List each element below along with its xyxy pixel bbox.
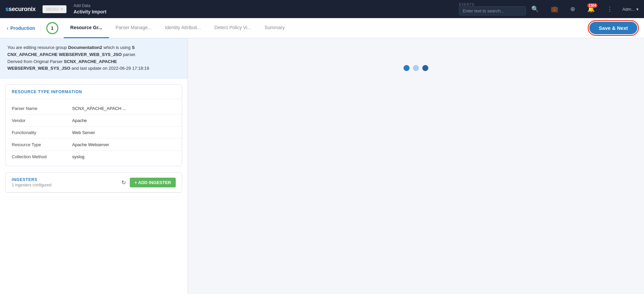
step-indicator: 1: [46, 22, 58, 34]
tab-identity-attrib[interactable]: Identity Attributi...: [158, 18, 208, 38]
back-link[interactable]: ‹ Production: [7, 25, 41, 31]
loading-dot-2: [413, 65, 419, 71]
table-row: Collection Method syslog: [6, 151, 182, 163]
table-row: Resource Type Apache Webserver: [6, 139, 182, 151]
target-icon[interactable]: ⊕: [568, 4, 578, 14]
loading-dot-3: [422, 65, 428, 71]
more-icon[interactable]: ⋮: [604, 4, 615, 14]
search-input[interactable]: Enter text to search...: [459, 6, 526, 15]
notification-badge: 1304: [587, 3, 597, 8]
tab-parser-manage[interactable]: Parser Manage...: [109, 18, 158, 38]
bell-icon[interactable]: 🔔 1304: [585, 4, 597, 14]
search-icon[interactable]: 🔍: [529, 4, 541, 14]
info-banner: You are editing resource group Documenta…: [0, 38, 187, 78]
main-content: You are editing resource group Documenta…: [0, 38, 644, 294]
tab-summary[interactable]: Summary: [258, 18, 291, 38]
save-next-button[interactable]: Save & Next: [589, 22, 637, 34]
left-panel: You are editing resource group Documenta…: [0, 38, 188, 294]
tab-resource-gr[interactable]: Resource Gr...: [64, 18, 109, 38]
loading-dot-1: [404, 65, 410, 71]
resource-type-body: Parser Name SCNX_APACHE_APACH ... Vendor…: [6, 99, 182, 166]
admin-menu[interactable]: Adm... ▾: [622, 7, 639, 12]
right-panel: [188, 38, 644, 294]
search-area: EVENTS Enter text to search... 🔍: [459, 3, 541, 15]
table-row: Functionality Web Server: [6, 127, 182, 139]
table-row: Vendor Apache: [6, 115, 182, 127]
briefcase-icon[interactable]: 💼: [548, 4, 561, 14]
table-row: Parser Name SCNX_APACHE_APACH ...: [6, 103, 182, 115]
resource-group-name: Documentation2: [68, 45, 102, 50]
app-logo: ssecuronix: [5, 6, 36, 13]
tab-detect-policy[interactable]: Detect Policy Vi...: [208, 18, 258, 38]
top-navigation: ssecuronix MENU ▾ Add Data Activity Impo…: [0, 0, 644, 18]
ingesters-section: INGESTERS 1 ingesters configured ↻ + ADD…: [5, 172, 182, 193]
loading-indicator: [404, 65, 428, 71]
ingesters-title-group: INGESTERS 1 ingesters configured: [12, 177, 121, 187]
refresh-icon[interactable]: ↻: [121, 179, 126, 186]
add-ingester-button[interactable]: + ADD INGESTER: [130, 178, 176, 187]
menu-button[interactable]: MENU ▾: [42, 5, 67, 13]
resource-type-card: RESOURCE TYPE INFORMATION Parser Name SC…: [5, 84, 182, 166]
sub-navigation: ‹ Production 1 Resource Gr... Parser Man…: [0, 18, 644, 38]
nav-breadcrumb: Add Data Activity Import: [73, 3, 106, 15]
resource-type-header: RESOURCE TYPE INFORMATION: [6, 85, 182, 99]
ingesters-header: INGESTERS 1 ingesters configured ↻ + ADD…: [6, 173, 182, 192]
tab-list: Resource Gr... Parser Manage... Identity…: [64, 18, 590, 38]
